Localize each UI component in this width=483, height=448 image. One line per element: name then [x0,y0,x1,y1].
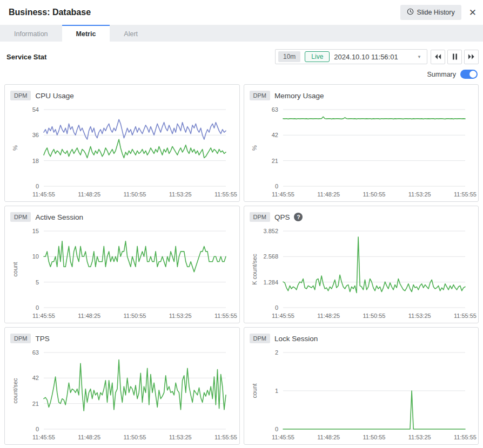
pause-button[interactable] [447,50,462,64]
x-tick-label: 11:53:25 [408,434,431,440]
y-axis-unit-label: % [251,145,258,151]
title-bar: Business: Database Slide History ✕ [0,0,483,25]
tab-alert[interactable]: Alert [110,25,152,42]
dpm-badge: DPM [250,212,270,222]
fast-forward-button[interactable] [464,50,479,64]
cpu-usage-chart: 0183654%11:45:5511:48:2511:50:5511:53:25… [10,103,233,200]
y-axis-unit-label: % [12,145,18,151]
x-tick-label: 11:45:55 [271,191,294,198]
series-line [283,391,465,429]
x-tick-label: 11:55:55 [453,434,476,440]
x-tick-label: 11:48:25 [78,313,100,319]
tab-label: Metric [76,30,96,38]
qps-chart: 01.2842.5683.852K count/sec11:45:5511:48… [250,225,473,322]
y-tick-label: 21 [32,401,39,407]
dpm-badge: DPM [250,91,270,100]
dpm-badge: DPM [10,91,31,100]
y-tick-label: 0 [274,426,278,432]
x-tick-label: 11:50:55 [123,191,146,198]
y-tick-label: 36 [32,132,39,138]
slide-history-button[interactable]: Slide History [400,5,461,20]
active-session-chart: 051015count11:45:5511:48:2511:50:5511:53… [10,225,233,322]
panel-tps: DPM TPS 0214263count/sec11:45:5511:48:25… [4,327,240,445]
x-tick-label: 11:50:55 [363,434,385,440]
x-tick-label: 11:48:25 [317,191,340,198]
toggle-knob [469,71,477,78]
controls-row: Service Stat 10m Live 2024.10.10 11:56:0… [0,42,483,64]
lock-session-chart: 012count11:45:5511:48:2511:50:5511:53:25… [250,346,473,443]
panel-title: Memory Usage [274,92,324,100]
series-line [283,117,465,119]
panel-title: CPU Usage [35,92,73,100]
x-tick-label: 11:53:25 [408,191,431,198]
x-tick-label: 11:55:55 [453,191,476,198]
y-tick-label: 15 [32,228,39,234]
range-chip[interactable]: 10m [278,51,300,62]
pause-icon [452,53,458,60]
panel-title: QPS [274,213,290,221]
y-axis-unit-label: count [251,384,258,398]
y-tick-label: 2 [274,349,278,356]
dpm-badge: DPM [250,334,270,343]
x-tick-label: 11:45:55 [32,191,55,198]
page-title: Business: Database [9,8,400,17]
panel-lock-session: DPM Lock Session 012count11:45:5511:48:2… [244,327,479,445]
tab-metric[interactable]: Metric [62,25,110,42]
panel-title: Lock Session [274,335,318,343]
panel-header: DPM Lock Session [250,332,473,345]
y-tick-label: 63 [271,106,278,113]
x-tick-label: 11:48:25 [78,191,100,198]
y-tick-label: 42 [32,375,39,381]
x-tick-label: 11:53:25 [408,313,431,319]
panel-title: TPS [35,335,49,343]
x-tick-label: 11:53:25 [169,434,192,440]
x-tick-label: 11:48:25 [78,434,100,440]
tab-bar: Information Metric Alert [0,25,483,42]
series-line [44,360,226,411]
panel-header: DPM CPU Usage [10,89,234,102]
y-tick-label: 1.284 [263,279,278,286]
summary-toggle[interactable] [460,70,478,79]
memory-usage-chart: 0214263%11:45:5511:48:2511:50:5511:53:25… [250,103,473,200]
panel-memory-usage: DPM Memory Usage 0214263%11:45:5511:48:2… [244,84,479,202]
rewind-icon [434,53,442,60]
x-tick-label: 11:50:55 [123,313,146,319]
x-tick-label: 11:48:25 [317,313,340,319]
playback-controls [431,50,479,64]
series-line [44,139,226,158]
panel-header: DPM QPS ? [250,211,473,223]
x-tick-label: 11:45:55 [271,313,294,319]
slide-history-label: Slide History [417,9,455,16]
close-icon[interactable]: ✕ [469,8,477,17]
summary-label: Summary [427,71,456,78]
section-title: Service Stat [6,53,275,61]
y-tick-label: 0 [274,304,278,311]
y-tick-label: 0 [36,183,39,189]
y-axis-unit-label: K count/sec [251,254,258,285]
chevron-down-icon[interactable]: ▼ [417,55,421,59]
y-axis-unit-label: count [12,262,18,277]
x-tick-label: 11:50:55 [363,191,385,198]
dpm-badge: DPM [10,212,31,222]
datetime-value: 2024.10.10 11:56:01 [334,53,410,61]
x-tick-label: 11:45:55 [271,434,294,440]
time-range-selector[interactable]: 10m Live 2024.10.10 11:56:01 ▼ [275,49,427,64]
x-tick-label: 11:50:55 [123,434,146,440]
x-tick-label: 11:55:55 [214,434,237,440]
y-tick-label: 3.852 [263,228,278,234]
x-tick-label: 11:53:25 [169,313,192,319]
y-tick-label: 0 [36,426,39,432]
tps-chart: 0214263count/sec11:45:5511:48:2511:50:55… [10,346,233,443]
dpm-badge: DPM [10,334,31,343]
summary-row: Summary [0,64,483,80]
y-tick-label: 2.568 [263,253,278,260]
help-icon[interactable]: ? [294,213,303,221]
tab-information[interactable]: Information [0,25,62,42]
rewind-button[interactable] [431,50,445,64]
x-tick-label: 11:45:55 [32,434,55,440]
panel-cpu-usage: DPM CPU Usage 0183654%11:45:5511:48:2511… [4,84,240,202]
x-tick-label: 11:53:25 [169,191,192,198]
y-tick-label: 5 [36,279,39,286]
tab-label: Information [14,30,48,38]
x-tick-label: 11:55:55 [214,313,237,319]
